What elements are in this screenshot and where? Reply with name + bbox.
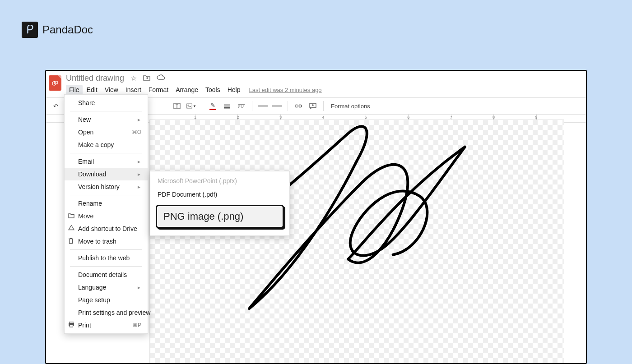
brand-header: PandaDoc [22, 22, 93, 38]
file-add-shortcut[interactable]: Add shortcut to Drive [65, 222, 148, 235]
ruler-mark: 3 [279, 115, 282, 120]
file-language[interactable]: Language► [65, 281, 148, 294]
menu-insert[interactable]: Insert [122, 85, 144, 95]
file-doc-details[interactable]: Document details [65, 268, 148, 281]
format-options-button[interactable]: Format options [331, 103, 370, 110]
ruler-mark: 1 [194, 115, 196, 120]
download-png-highlighted[interactable]: PNG image (.png) [156, 205, 284, 228]
ruler-mark: 9 [535, 115, 538, 120]
file-rename[interactable]: Rename [65, 197, 148, 210]
last-edit-link[interactable]: Last edit was 2 minutes ago [249, 87, 321, 93]
file-menu-dropdown: Share New► Open⌘O Make a copy Email► Dow… [64, 94, 148, 334]
ruler-mark: 8 [493, 115, 495, 120]
ruler-mark: 4 [322, 115, 324, 120]
pandadoc-logo-icon [22, 22, 38, 38]
brand-name: PandaDoc [42, 23, 93, 36]
file-version-history[interactable]: Version history► [65, 180, 148, 193]
svg-point-4 [188, 105, 189, 106]
file-move-trash[interactable]: Move to trash [65, 235, 148, 248]
textbox-icon[interactable] [172, 101, 182, 111]
file-new[interactable]: New► [65, 113, 148, 126]
folder-move-icon [68, 212, 74, 220]
move-folder-icon[interactable] [143, 74, 150, 83]
line-dash-icon[interactable] [237, 101, 246, 111]
menu-format[interactable]: Format [145, 85, 172, 95]
line-start-icon[interactable] [258, 101, 268, 111]
file-page-setup[interactable]: Page setup [65, 294, 148, 306]
menu-edit[interactable]: Edit [84, 85, 101, 95]
insert-comment-icon[interactable] [308, 101, 318, 111]
menu-help[interactable]: Help [224, 85, 244, 95]
svg-rect-13 [70, 325, 73, 327]
file-publish-web[interactable]: Publish to the web [65, 252, 148, 264]
file-share[interactable]: Share [65, 97, 148, 109]
insert-link-icon[interactable] [293, 101, 303, 111]
star-icon[interactable]: ☆ [130, 74, 137, 83]
file-make-copy[interactable]: Make a copy [65, 138, 148, 151]
line-weight-icon[interactable] [222, 101, 232, 111]
download-pptx[interactable]: Microsoft PowerPoint (.pptx) [150, 174, 289, 188]
ruler-mark: 7 [450, 115, 452, 120]
text-color-icon[interactable]: ✎ [208, 101, 218, 111]
menu-file[interactable]: File [66, 85, 83, 95]
menubar: File Edit View Insert Format Arrange Too… [66, 85, 581, 95]
menu-view[interactable]: View [102, 85, 121, 95]
download-submenu: Microsoft PowerPoint (.pptx) PDF Documen… [150, 171, 290, 236]
file-print-settings[interactable]: Print settings and preview [65, 306, 148, 319]
file-move[interactable]: Move [65, 210, 148, 222]
drive-shortcut-icon [68, 225, 74, 233]
doc-title[interactable]: Untitled drawing [66, 74, 124, 83]
google-drawings-window: Untitled drawing ☆ File Edit View Insert… [45, 70, 587, 364]
image-icon[interactable]: ▼ [186, 101, 196, 111]
trash-icon [68, 238, 74, 245]
file-email[interactable]: Email► [65, 155, 148, 168]
signature-scribble [150, 120, 564, 363]
line-end-icon[interactable] [272, 101, 282, 111]
doc-header: Untitled drawing ☆ File Edit View Insert… [46, 71, 586, 95]
svg-point-0 [52, 82, 56, 85]
menu-arrange[interactable]: Arrange [172, 85, 201, 95]
menu-tools[interactable]: Tools [202, 85, 223, 95]
file-open[interactable]: Open⌘O [65, 126, 148, 138]
file-print[interactable]: Print⌘P [65, 319, 148, 332]
undo-icon[interactable]: ↶ [51, 101, 60, 111]
ruler-mark: 5 [365, 115, 367, 120]
drawing-canvas[interactable] [150, 120, 564, 363]
cloud-status-icon[interactable] [157, 74, 165, 83]
drawings-app-icon[interactable] [49, 75, 61, 91]
print-icon [68, 322, 74, 329]
file-download[interactable]: Download► [65, 168, 148, 180]
download-pdf[interactable]: PDF Document (.pdf) [150, 188, 289, 201]
ruler-mark: 2 [237, 115, 239, 120]
ruler-mark: 6 [407, 115, 409, 120]
svg-rect-3 [187, 104, 192, 108]
svg-rect-11 [70, 322, 73, 323]
